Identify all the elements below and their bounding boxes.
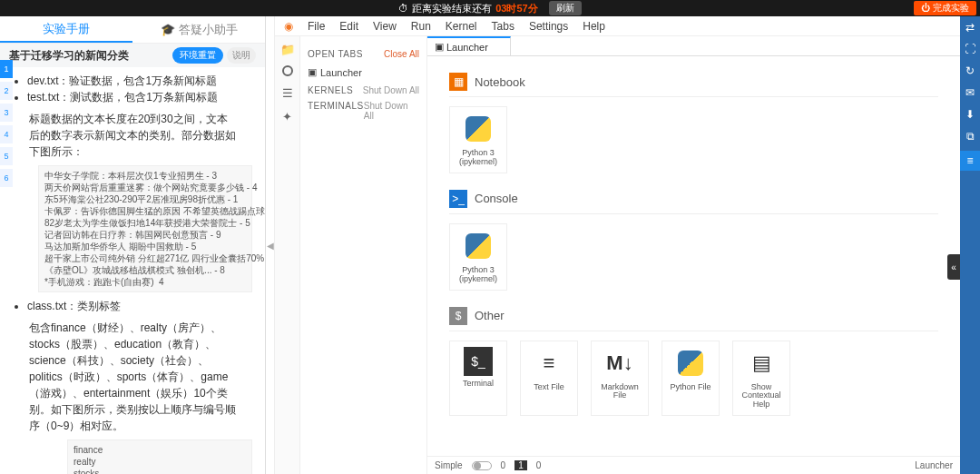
step-6[interactable]: 6 [0, 169, 13, 187]
card-python3-console[interactable]: Python 3 (ipykernel) [449, 223, 507, 291]
right-toolbar: ⇄ ⛶ ↻ ✉ ⬇ ⧉ ≡ [960, 16, 980, 474]
step-1[interactable]: 1 [0, 60, 13, 78]
step-2[interactable]: 2 [0, 82, 13, 100]
card-text-file[interactable]: ≡Text File [520, 341, 578, 417]
fullscreen-icon[interactable]: ⛶ [963, 42, 977, 56]
menu-view[interactable]: View [373, 20, 397, 33]
step-5[interactable]: 5 [0, 147, 13, 165]
menu-settings[interactable]: Settings [529, 20, 568, 33]
file-browser: OPEN TABSClose All ▣Launcher KERNELSShut… [300, 36, 427, 474]
terminals-label: TERMINALS [308, 101, 364, 121]
status-count: 0 [501, 460, 506, 470]
timer-value: 03时57分 [495, 2, 537, 15]
simple-toggle-label: Simple [435, 460, 463, 470]
running-icon[interactable] [282, 65, 293, 76]
card-contextual-help[interactable]: ▤Show Contextual Help [732, 341, 790, 417]
tab-manual[interactable]: 实验手册 [0, 16, 132, 43]
card-python3-notebook[interactable]: Python 3 (ipykernel) [449, 106, 507, 173]
status-count: 1 [514, 460, 527, 470]
download-icon[interactable]: ⬇ [963, 107, 977, 122]
open-tabs-label: OPEN TABS [308, 49, 363, 59]
text-icon: ≡ [533, 347, 565, 380]
notebook-icon: ▦ [449, 73, 467, 91]
python-icon [466, 233, 491, 259]
help-icon: ▤ [745, 347, 778, 380]
jupyter-panel: ◉ File Edit View Run Kernel Tabs Setting… [275, 16, 960, 474]
extension-icon[interactable]: ✦ [280, 109, 295, 123]
console-icon: >_ [449, 190, 467, 208]
launcher-body: ▦Notebook Python 3 (ipykernel) >_Console… [427, 56, 960, 456]
resizer[interactable]: ◀ [266, 16, 275, 474]
launcher-icon: ▣ [308, 66, 317, 78]
simple-toggle[interactable] [472, 461, 492, 470]
list-item: dev.txt：验证数据，包含1万条新闻标题 [27, 73, 252, 89]
power-icon: ⏻ [921, 3, 930, 13]
menu-kernel[interactable]: Kernel [446, 20, 477, 33]
python-icon [466, 116, 491, 142]
paragraph: 标题数据的文本长度在20到30之间，文本后的数字表示新闻文本的类别。部分数据如下… [29, 111, 236, 160]
other-icon: $ [449, 307, 467, 325]
menu-help[interactable]: Help [583, 20, 605, 33]
clock-icon: ⏱ [398, 3, 408, 14]
code-block: 中华女子学院：本科层次仅1专业招男生 - 3 两天价网站背后重重迷雾：做个网站究… [38, 165, 252, 292]
top-bar: ⏱ 距离实验结束还有 03时57分 刷新 ⏻ 完成实验 [0, 0, 980, 16]
list-item: class.txt：类别标签 [27, 298, 252, 314]
refresh-button[interactable]: 刷新 [549, 1, 582, 15]
step-sidebar: 1 2 3 4 5 6 [0, 60, 13, 187]
list-item: test.txt：测试数据，包含1万条新闻标题 [27, 89, 252, 105]
menu-run[interactable]: Run [411, 20, 431, 33]
shutdown-all-button[interactable]: Shut Down All [364, 101, 419, 121]
message-icon[interactable]: ✉ [963, 85, 977, 100]
activity-bar: 📁 ☰ ✦ [275, 36, 300, 474]
menu-tabs[interactable]: Tabs [492, 20, 514, 33]
folder-icon[interactable]: 📁 [280, 42, 295, 56]
card-python-file[interactable]: Python File [662, 341, 720, 417]
swap-icon[interactable]: ⇄ [963, 20, 977, 35]
menu-bar: ◉ File Edit View Run Kernel Tabs Setting… [275, 16, 960, 36]
help-button[interactable]: 说明 [227, 47, 256, 64]
status-bar: Simple 0 1 0 Launcher [427, 456, 960, 474]
python-icon [678, 351, 703, 376]
copy-icon[interactable]: ⧉ [963, 129, 977, 143]
tab-launcher[interactable]: ▣Launcher [427, 36, 511, 55]
jupyter-icon: ◉ [284, 20, 293, 33]
menu-edit[interactable]: Edit [339, 20, 358, 33]
paragraph: 包含finance（财经）、realty（房产）、stocks（股票）、educ… [29, 320, 236, 434]
menu-file[interactable]: File [308, 20, 325, 33]
env-reset-button[interactable]: 环境重置 [172, 47, 223, 64]
kernels-label: KERNELS [308, 85, 353, 95]
shutdown-all-button[interactable]: Shut Down All [363, 85, 419, 95]
status-right: Launcher [915, 460, 953, 470]
grad-cap-icon: 🎓 [161, 23, 175, 36]
left-panel: 1 2 3 4 5 6 实验手册 🎓答疑小助手 基于迁移学习的新闻分类 环境重置… [0, 16, 266, 474]
code-block: finance realty stocks education science … [67, 439, 252, 474]
commands-icon[interactable]: ☰ [280, 85, 295, 100]
section-notebook: Notebook [475, 75, 525, 89]
status-count: 0 [536, 460, 542, 470]
doc-body[interactable]: dev.txt：验证数据，包含1万条新闻标题 test.txt：测试数据，包含1… [0, 67, 265, 474]
collapse-button[interactable]: « [947, 254, 960, 280]
tab-assistant[interactable]: 🎓答疑小助手 [132, 16, 265, 43]
doc-title: 基于迁移学习的新闻分类 [9, 48, 129, 64]
sidebar-toggle-icon[interactable]: ≡ [960, 151, 980, 171]
card-terminal[interactable]: $_Terminal [449, 341, 507, 417]
terminal-icon: $_ [464, 347, 493, 376]
step-3[interactable]: 3 [0, 104, 13, 122]
section-console: Console [475, 192, 518, 205]
section-other: Other [475, 309, 505, 322]
open-tab-item[interactable]: ▣Launcher [308, 64, 419, 80]
launcher-icon: ▣ [435, 41, 444, 53]
finish-button[interactable]: ⏻ 完成实验 [914, 1, 976, 15]
step-4[interactable]: 4 [0, 125, 13, 143]
timer-label: 距离实验结束还有 [412, 2, 492, 15]
markdown-icon: M↓ [603, 347, 636, 380]
reload-icon[interactable]: ↻ [963, 64, 977, 78]
card-markdown-file[interactable]: M↓Markdown File [591, 341, 649, 417]
close-all-button[interactable]: Close All [384, 49, 419, 59]
